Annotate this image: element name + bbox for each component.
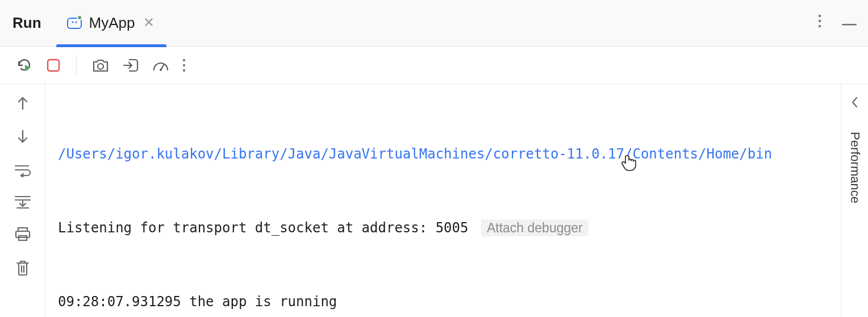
profiler-icon[interactable] — [152, 57, 170, 73]
svg-point-10 — [160, 69, 162, 71]
run-main: /Users/igor.kulakov/Library/Java/JavaVir… — [0, 84, 868, 317]
down-arrow-icon[interactable] — [16, 128, 30, 145]
right-strip: Performance — [841, 84, 868, 317]
tab-myapp[interactable]: MyApp — [56, 0, 167, 47]
close-tab-button[interactable] — [141, 14, 156, 33]
more-options-icon[interactable] — [818, 14, 821, 32]
trash-icon[interactable] — [15, 259, 31, 276]
svg-point-5 — [819, 20, 821, 22]
console-output[interactable]: /Users/igor.kulakov/Library/Java/JavaVir… — [45, 84, 841, 317]
svg-rect-8 — [48, 60, 59, 71]
console-gutter — [0, 84, 45, 317]
run-toolbar — [0, 47, 868, 84]
scroll-to-end-icon[interactable] — [14, 194, 32, 209]
svg-rect-15 — [16, 231, 30, 237]
up-arrow-icon[interactable] — [16, 94, 30, 111]
svg-rect-7 — [842, 24, 857, 26]
attach-debugger-link[interactable]: Attach debugger — [481, 219, 589, 236]
svg-point-3 — [77, 15, 82, 20]
run-tool-header: Run MyApp — [0, 0, 868, 47]
svg-point-4 — [819, 15, 821, 17]
import-icon[interactable] — [122, 57, 139, 74]
svg-point-13 — [183, 69, 185, 71]
rerun-button[interactable] — [16, 57, 33, 74]
run-config-icon — [66, 15, 82, 31]
chevron-left-icon[interactable] — [850, 94, 860, 112]
svg-point-2 — [75, 21, 77, 23]
tab-label: MyApp — [89, 14, 135, 32]
svg-point-9 — [98, 64, 103, 69]
toolbar-separator — [76, 55, 77, 76]
console-log-line: 09:28:07.931295 the app is running — [58, 294, 337, 310]
console-line-listen: Listening for transport dt_socket at add… — [58, 220, 468, 236]
minimize-button[interactable] — [841, 18, 858, 28]
performance-tab[interactable]: Performance — [848, 132, 862, 203]
svg-point-1 — [72, 21, 73, 23]
console-command-path[interactable]: /Users/igor.kulakov/Library/Java/JavaVir… — [58, 146, 772, 162]
header-actions — [818, 14, 858, 32]
soft-wrap-icon[interactable] — [14, 162, 32, 177]
stop-button[interactable] — [45, 57, 61, 73]
toolbar-more-icon[interactable] — [182, 58, 186, 73]
svg-point-6 — [819, 25, 821, 27]
svg-point-12 — [183, 64, 185, 66]
run-title: Run — [12, 14, 41, 32]
screenshot-icon[interactable] — [91, 57, 110, 73]
svg-point-11 — [183, 59, 185, 61]
print-icon[interactable] — [14, 226, 32, 242]
